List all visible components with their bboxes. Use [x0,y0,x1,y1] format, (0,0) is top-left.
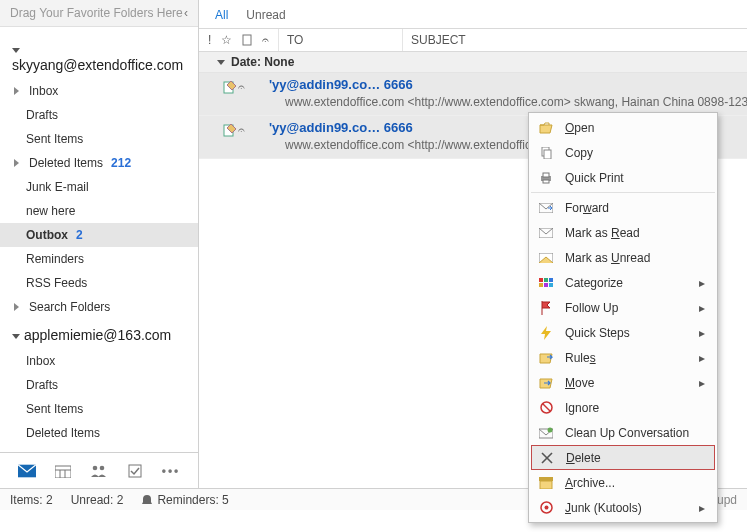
menu-label: Mark as Unread [565,251,705,265]
svg-rect-21 [549,278,553,282]
draft-icon[interactable] [242,34,252,46]
menu-label: Junk (Kutools) [565,501,689,515]
date-group-header[interactable]: Date: None [199,52,747,73]
folder-junk-e-mail[interactable]: Junk E-mail [0,445,198,452]
quick-icon [537,325,555,341]
attachment-icon[interactable]: 𝄐 [262,33,269,47]
menu-label: Categorize [565,276,689,290]
svg-line-26 [542,404,550,412]
svg-rect-12 [544,150,551,159]
collapse-icon [217,60,225,65]
menu-follow-up[interactable]: Follow Up▸ [531,295,715,320]
folder-outbox[interactable]: Outbox2 [0,223,198,247]
calendar-icon[interactable] [54,464,72,478]
svg-point-5 [93,465,98,470]
menu-forward[interactable]: Forward [531,195,715,220]
menu-label: Move [565,376,689,390]
submenu-arrow-icon: ▸ [699,301,705,315]
menu-junk-kutools-[interactable]: Junk (Kutools)▸ [531,495,715,520]
menu-categorize[interactable]: Categorize▸ [531,270,715,295]
folder-reminders[interactable]: Reminders [0,247,198,271]
folder-label: Reminders [26,252,84,266]
mail-icon[interactable] [18,464,36,478]
svg-rect-23 [544,283,548,287]
menu-ignore[interactable]: Ignore [531,395,715,420]
attachment-icon: 𝄐 [238,80,245,111]
tasks-icon[interactable] [126,464,144,478]
folder-label: RSS Feeds [26,276,87,290]
delete-icon [538,450,556,466]
menu-clean-up-conversation[interactable]: Clean Up Conversation [531,420,715,445]
group-label: Date: None [231,55,294,69]
folder-rss-feeds[interactable]: RSS Feeds [0,271,198,295]
column-to[interactable]: TO [279,29,403,51]
folder-label: Inbox [29,84,58,98]
menu-quick-print[interactable]: Quick Print [531,165,715,190]
tab-unread[interactable]: Unread [246,8,285,22]
column-headers: ! ☆ 𝄐 TO SUBJECT [199,28,747,52]
folder-drafts[interactable]: Drafts [0,373,198,397]
account-header[interactable]: applemiemie@163.com [0,319,198,349]
folder-label: new here [26,204,75,218]
folder-pane: Drag Your Favorite Folders Here ‹ skyyan… [0,0,199,488]
menu-quick-steps[interactable]: Quick Steps▸ [531,320,715,345]
copy-icon [537,145,555,161]
folder-inbox[interactable]: Inbox [0,79,198,103]
menu-rules[interactable]: Rules▸ [531,345,715,370]
print-icon [537,170,555,186]
importance-icon[interactable]: ! [208,33,211,47]
folder-label: Drafts [26,378,58,392]
chevron-left-icon[interactable]: ‹ [184,6,188,20]
menu-move[interactable]: Move▸ [531,370,715,395]
reminder-icon[interactable]: ☆ [221,33,232,47]
menu-mark-as-unread[interactable]: Mark as Unread [531,245,715,270]
folder-search-folders[interactable]: Search Folders [0,295,198,319]
status-reminders[interactable]: Reminders: 5 [141,493,228,507]
expand-icon [14,159,19,167]
folder-inbox[interactable]: Inbox [0,349,198,373]
filter-tabs: All Unread [199,0,747,28]
menu-archive-[interactable]: Archive... [531,470,715,495]
folder-label: Deleted Items [29,156,103,170]
tab-all[interactable]: All [215,8,228,22]
svg-rect-15 [543,180,549,183]
menu-open[interactable]: Open [531,115,715,140]
read-icon [537,225,555,241]
svg-point-28 [548,427,553,432]
folder-new-here[interactable]: new here [0,199,198,223]
menu-label: Quick Steps [565,326,689,340]
menu-separator [531,192,715,193]
folder-count: 2 [76,228,83,242]
ignore-icon [537,400,555,416]
clean-icon [537,425,555,441]
account-header[interactable]: skyyang@extendoffice.com [0,33,198,79]
folder-junk-e-mail[interactable]: Junk E-mail [0,175,198,199]
folder-label: Inbox [26,354,55,368]
message-row[interactable]: 𝄐'yy@addin99.co… 6666www.extendoffice.co… [199,73,747,116]
more-icon[interactable]: ••• [162,464,180,478]
submenu-arrow-icon: ▸ [699,376,705,390]
folder-sent-items[interactable]: Sent Items [0,397,198,421]
folder-deleted-items[interactable]: Deleted Items212 [0,151,198,175]
column-subject[interactable]: SUBJECT [403,33,466,47]
folder-deleted-items[interactable]: Deleted Items [0,421,198,445]
menu-mark-as-read[interactable]: Mark as Read [531,220,715,245]
menu-label: Ignore [565,401,705,415]
archive-icon [537,475,555,491]
expand-icon [14,303,19,311]
people-icon[interactable] [90,464,108,478]
flag-icon [537,300,555,316]
menu-label: Delete [566,451,704,465]
svg-rect-14 [543,173,549,177]
folder-label: Sent Items [26,132,83,146]
folder-sent-items[interactable]: Sent Items [0,127,198,151]
rules-icon [537,350,555,366]
menu-delete[interactable]: Delete [531,445,715,470]
svg-rect-7 [129,465,141,477]
folder-drafts[interactable]: Drafts [0,103,198,127]
open-icon [537,120,555,136]
menu-copy[interactable]: Copy [531,140,715,165]
menu-label: Forward [565,201,705,215]
svg-rect-8 [243,35,251,45]
folder-label: Drafts [26,108,58,122]
